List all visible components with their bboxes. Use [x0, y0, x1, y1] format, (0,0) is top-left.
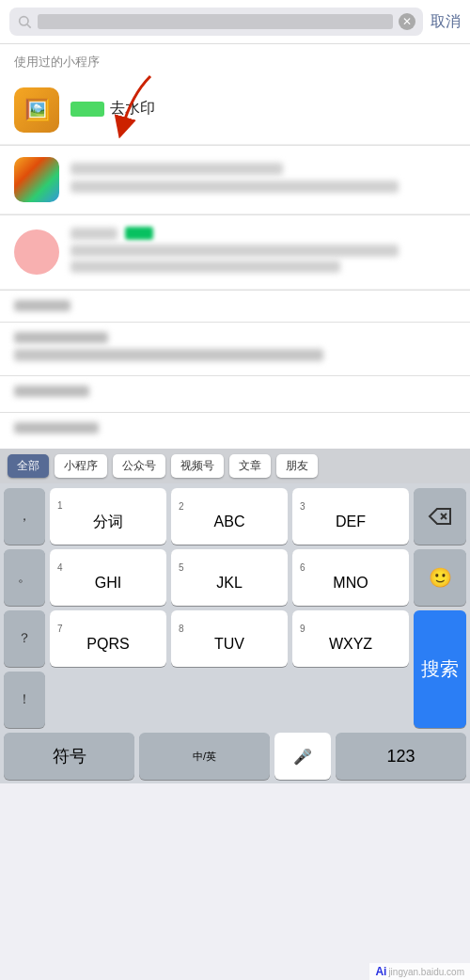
baidu-text: jingyan.baidu.com — [388, 967, 464, 977]
kb-top-btn-article[interactable]: 文章 — [229, 454, 271, 478]
key-6-num: 6 — [292, 563, 306, 573]
emoji-icon: 🙂 — [429, 566, 452, 589]
search-key-label: 搜索 — [421, 656, 459, 682]
key-period[interactable]: 。 — [4, 549, 45, 606]
key-question-label: ？ — [18, 630, 31, 647]
key-comma-label: ， — [18, 508, 31, 525]
key-wxyz-label: WXYZ — [329, 636, 372, 653]
key-3-num: 3 — [292, 502, 306, 512]
baidu-watermark: Ai jingyan.baidu.com — [369, 963, 470, 980]
key-tuv-label: TUV — [214, 636, 244, 653]
key-jkl-label: JKL — [216, 575, 243, 592]
key-space[interactable]: 🎤 — [274, 733, 331, 780]
key-mno[interactable]: 6 MNO — [292, 549, 409, 606]
backspace-icon — [428, 507, 452, 526]
key-symbol[interactable]: 符号 — [4, 733, 134, 780]
clear-icon[interactable]: ✕ — [399, 13, 415, 30]
watermark-title-text: 去水印 — [110, 99, 155, 119]
kb-top-btn-mini[interactable]: 小程序 — [55, 454, 107, 478]
key-fenci-label: 分词 — [93, 513, 123, 532]
kb-top-btn-mp[interactable]: 公众号 — [113, 454, 165, 478]
key-question[interactable]: ？ — [4, 610, 45, 667]
key-ghi-label: GHI — [95, 575, 121, 592]
search-input-wrap[interactable]: ✕ — [9, 8, 423, 36]
search-bar: ✕ 取消 — [0, 0, 470, 44]
pink-icon — [14, 229, 59, 275]
kb-top-btn-video[interactable]: 视频号 — [171, 454, 224, 478]
key-exclaim-label: ！ — [18, 691, 31, 708]
key-fenci[interactable]: 1 分词 — [50, 488, 166, 545]
keyboard-row-2: 4 GHI 5 JKL 6 MNO — [50, 549, 409, 606]
blurred-content-1 — [70, 163, 456, 198]
key-mno-label: MNO — [333, 575, 368, 592]
key-7-num: 7 — [50, 624, 63, 634]
key-123[interactable]: 123 — [336, 733, 466, 780]
key-abc[interactable]: 2 ABC — [171, 488, 288, 545]
keyboard-left-col: ， 。 ？ ！ — [4, 488, 45, 728]
extra-blurred-rows — [0, 291, 470, 449]
key-emoji[interactable]: 🙂 — [414, 549, 466, 606]
kb-top-btn-all[interactable]: 全部 — [8, 454, 49, 478]
blurred-content-2 — [70, 227, 456, 277]
key-pqrs-label: PQRS — [86, 636, 129, 653]
keyboard-row-3: 7 PQRS 8 TUV 9 WXYZ — [50, 610, 409, 667]
first-list-item-container: 🖼️ 去水印 — [0, 76, 470, 145]
key-comma[interactable]: ， — [4, 488, 45, 545]
blurred-icon-1 — [14, 157, 59, 202]
list-item-blurred-2[interactable] — [0, 215, 470, 290]
key-delete[interactable] — [414, 488, 466, 545]
green-badge — [125, 227, 153, 240]
key-lang[interactable]: 中/英 — [139, 733, 270, 780]
keyboard-top-bar: 全部 小程序 公众号 视频号 文章 朋友 — [0, 449, 470, 483]
key-wxyz[interactable]: 9 WXYZ — [292, 610, 409, 667]
baidu-logo: Ai — [375, 965, 386, 978]
list-item-watermark[interactable]: 🖼️ 去水印 — [0, 76, 470, 145]
cancel-button[interactable]: 取消 — [431, 12, 461, 32]
key-abc-label: ABC — [214, 514, 245, 530]
keyboard-row-1: 1 分词 2 ABC 3 DEF — [50, 488, 409, 545]
key-1-num: 1 — [50, 501, 63, 511]
section-label: 使用过的小程序 — [0, 44, 470, 76]
key-9-num: 9 — [292, 624, 306, 634]
list-item-content-watermark: 去水印 — [70, 99, 456, 121]
svg-line-1 — [27, 24, 31, 28]
lang-label: 中/英 — [193, 750, 216, 764]
watermark-app-icon: 🖼️ — [14, 87, 59, 133]
key-search[interactable]: 搜索 — [414, 610, 466, 728]
svg-point-0 — [20, 17, 28, 25]
keyboard-right-col: 🙂 搜索 — [414, 488, 466, 728]
symbol-label: 符号 — [53, 745, 86, 767]
list-item-title-watermark: 去水印 — [70, 99, 456, 119]
keyboard: ， 。 ？ ！ 1 分词 2 ABC — [0, 483, 470, 783]
key-ghi[interactable]: 4 GHI — [50, 549, 166, 606]
search-query-text — [38, 14, 393, 29]
keyboard-center-col: 1 分词 2 ABC 3 DEF 4 GHI 5 — [50, 488, 409, 728]
key-exclaim[interactable]: ！ — [4, 672, 45, 728]
kb-top-btn-friends[interactable]: 朋友 — [276, 454, 318, 478]
key-4-num: 4 — [50, 563, 63, 573]
key-period-label: 。 — [18, 569, 31, 586]
mic-icon: 🎤 — [293, 748, 312, 766]
green-tag — [70, 102, 104, 117]
key-jkl[interactable]: 5 JKL — [171, 549, 288, 606]
key-tuv[interactable]: 8 TUV — [171, 610, 288, 667]
num-label: 123 — [386, 747, 415, 767]
search-icon — [17, 14, 32, 29]
key-def[interactable]: 3 DEF — [292, 488, 409, 545]
key-def-label: DEF — [336, 514, 366, 530]
key-pqrs[interactable]: 7 PQRS — [50, 610, 166, 667]
list-item-blurred-1[interactable] — [0, 146, 470, 214]
key-8-num: 8 — [171, 624, 184, 634]
keyboard-bottom-row: 符号 中/英 🎤 123 — [4, 733, 466, 780]
key-2-num: 2 — [171, 502, 184, 512]
key-5-num: 5 — [171, 563, 184, 573]
